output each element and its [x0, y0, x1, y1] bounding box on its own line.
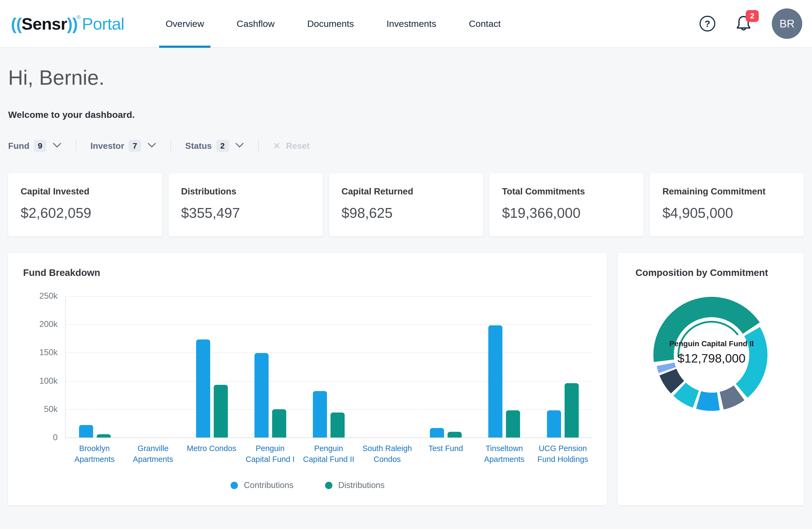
stat-card-total-commitments: Total Commitments$19,366,000: [489, 173, 643, 236]
bar-distributions-test-fund[interactable]: [448, 432, 462, 438]
stat-card-capital-returned: Capital Returned$98,625: [329, 173, 483, 236]
bar-group-brooklyn-apartments: [66, 296, 124, 438]
filter-divider: [76, 139, 76, 153]
bar-group-south-raleigh-condos: [358, 296, 417, 438]
gridline: [66, 438, 592, 438]
bar-distributions-tinseltown-apartments[interactable]: [506, 410, 520, 438]
fund-breakdown-title: Fund Breakdown: [23, 267, 592, 278]
avatar[interactable]: BR: [772, 9, 802, 39]
composition-title: Composition by Commitment: [636, 267, 790, 278]
stat-value: $98,625: [342, 205, 470, 221]
nav-item-investments[interactable]: Investments: [380, 0, 443, 47]
notifications-button[interactable]: 2: [736, 15, 752, 32]
page-subtitle: Welcome to your dashboard.: [8, 109, 804, 120]
logo-product: Portal: [82, 14, 125, 33]
bar-distributions-brooklyn-apartments[interactable]: [97, 434, 111, 438]
filter-investor[interactable]: Investor7: [90, 139, 156, 152]
filter-label-investor: Investor: [90, 141, 124, 151]
filter-divider: [258, 139, 259, 153]
bar-group-tinseltown-apartments: [475, 296, 533, 438]
y-axis-tick: 50k: [25, 405, 58, 414]
chevron-down-icon: [147, 142, 156, 149]
category-link-south-raleigh-condos[interactable]: South Raleigh Condos: [358, 443, 417, 465]
composition-card: Composition by Commitment Penguin Capita…: [618, 253, 804, 505]
reset-label: Reset: [286, 141, 309, 151]
bar-contributions-tinseltown-apartments[interactable]: [488, 325, 503, 438]
page-title: Hi, Bernie.: [8, 66, 804, 89]
help-icon[interactable]: ?: [699, 16, 715, 31]
stat-label: Capital Returned: [342, 186, 470, 196]
bar-distributions-penguin-capital-fund-ii[interactable]: [331, 412, 345, 438]
stat-value: $19,366,000: [502, 205, 631, 221]
filter-status[interactable]: Status2: [185, 139, 244, 152]
logo-open-parens: ((: [11, 14, 21, 33]
legend-dot-contributions: [231, 482, 238, 489]
brand-logo[interactable]: ((Sensr))®Portal: [11, 0, 125, 47]
category-link-granville-apartments[interactable]: Granville Apartments: [124, 443, 183, 465]
bar-distributions-metro-condos[interactable]: [214, 385, 228, 438]
bar-group-penguin-capital-fund-ii: [300, 296, 358, 438]
bar-distributions-penguin-capital-fund-i[interactable]: [272, 409, 286, 438]
stat-value: $2,602,059: [20, 205, 150, 221]
stat-value: $355,497: [181, 205, 310, 221]
bar-contributions-ucg-pension-fund-holdings[interactable]: [547, 410, 561, 438]
donut-selected-fund: Penguin Capital Fund II: [657, 339, 766, 348]
filter-count-fund: 9: [34, 139, 46, 152]
legend-item-distributions[interactable]: Distributions: [325, 480, 385, 490]
donut-segment-4[interactable]: [696, 391, 720, 411]
bar-contributions-test-fund[interactable]: [430, 428, 444, 438]
filter-fund[interactable]: Fund9: [8, 139, 62, 152]
main-nav: OverviewCashflowDocumentsInvestmentsCont…: [159, 0, 527, 47]
nav-item-documents[interactable]: Documents: [301, 0, 360, 47]
header-actions: ? 2 BR: [699, 0, 802, 47]
help-glyph: ?: [705, 18, 710, 29]
donut-selected-value: $12,798,000: [657, 351, 766, 366]
stat-card-capital-invested: Capital Invested$2,602,059: [8, 173, 162, 236]
bar-contributions-brooklyn-apartments[interactable]: [79, 425, 93, 438]
top-header: ((Sensr))®Portal OverviewCashflowDocumen…: [0, 0, 812, 48]
registered-mark: ®: [76, 14, 81, 20]
notification-badge: 2: [746, 10, 759, 22]
bar-contributions-penguin-capital-fund-ii[interactable]: [313, 391, 327, 438]
bar-group-penguin-capital-fund-i: [241, 296, 300, 438]
bar-group-metro-condos: [183, 296, 241, 438]
stat-label: Capital Invested: [20, 186, 150, 196]
category-link-test-fund[interactable]: Test Fund: [416, 443, 475, 465]
nav-item-cashflow[interactable]: Cashflow: [230, 0, 281, 47]
stat-label: Total Commitments: [502, 186, 631, 196]
stat-label: Distributions: [181, 186, 310, 196]
stat-card-distributions: Distributions$355,497: [169, 173, 323, 236]
category-link-ucg-pension-fund-holdings[interactable]: UCG Pension Fund Holdings: [534, 443, 592, 465]
legend-item-contributions[interactable]: Contributions: [231, 480, 293, 490]
bar-chart-categories: Brooklyn ApartmentsGranville ApartmentsM…: [65, 443, 592, 465]
bar-distributions-ucg-pension-fund-holdings[interactable]: [565, 383, 579, 438]
main-content: Hi, Bernie. Welcome to your dashboard. F…: [0, 66, 812, 505]
legend-dot-distributions: [325, 482, 332, 489]
logo-name: Sensr: [21, 14, 67, 33]
chevron-down-icon: [235, 142, 244, 149]
dashboard-page: ((Sensr))®Portal OverviewCashflowDocumen…: [0, 0, 812, 529]
nav-item-overview[interactable]: Overview: [159, 0, 211, 47]
category-link-penguin-capital-fund-ii[interactable]: Penguin Capital Fund II: [299, 443, 358, 465]
bar-contributions-metro-condos[interactable]: [196, 339, 210, 438]
y-axis-tick: 100k: [25, 376, 58, 386]
category-link-tinseltown-apartments[interactable]: Tinseltown Apartments: [475, 443, 534, 465]
nav-item-contact[interactable]: Contact: [462, 0, 507, 47]
category-link-metro-condos[interactable]: Metro Condos: [182, 443, 241, 465]
category-link-brooklyn-apartments[interactable]: Brooklyn Apartments: [65, 443, 124, 465]
logo-close-parens: )): [67, 14, 78, 33]
stat-value: $4,905,000: [662, 205, 792, 221]
stat-cards-row: Capital Invested$2,602,059Distributions$…: [8, 173, 804, 236]
reset-filters-button[interactable]: ✕ Reset: [273, 141, 310, 151]
stat-label: Remaining Commitment: [662, 186, 792, 196]
bar-contributions-penguin-capital-fund-i[interactable]: [255, 353, 269, 438]
filter-count-status: 2: [216, 139, 229, 152]
category-link-penguin-capital-fund-i[interactable]: Penguin Capital Fund I: [241, 443, 300, 465]
filter-label-status: Status: [185, 141, 212, 151]
bar-groups: [66, 296, 592, 438]
filter-divider: [171, 139, 171, 153]
filter-count-investor: 7: [129, 139, 141, 152]
filter-label-fund: Fund: [8, 141, 29, 151]
reset-x-icon: ✕: [273, 141, 281, 151]
filter-groups: Fund9Investor7Status2: [8, 139, 273, 153]
